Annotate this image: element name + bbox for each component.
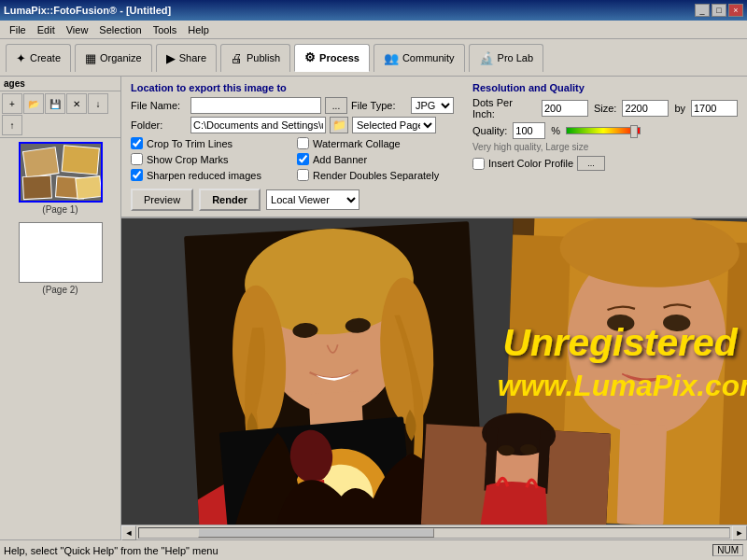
checkbox-sharpen-row: Sharpen reduced images [131,169,288,181]
menu-file[interactable]: File [4,22,32,37]
folder-input[interactable] [190,117,326,133]
tab-share-label: Share [179,52,206,63]
preview-button[interactable]: Preview [131,189,193,211]
insert-color-row: Insert Color Profile ... [472,156,738,171]
quality-handle[interactable] [630,125,638,138]
process-icon: ⚙ [304,50,316,64]
quality-unit: % [551,125,560,136]
canvas-area: Unregistered www.LumaPix.com [121,218,747,525]
insert-color-label: Insert Color Profile [488,158,573,169]
scroll-left-button[interactable]: ◄ [121,525,136,540]
resolution-section: Resolution and Quality Dots Per Inch: Si… [472,82,738,211]
page-2-item[interactable]: (Page 2) [4,222,117,295]
tab-share[interactable]: ▶ Share [156,44,217,72]
svg-text:Unregistered: Unregistered [503,321,739,364]
export-button[interactable]: ↑ [2,115,22,135]
window-controls[interactable]: _ □ × [695,4,743,17]
resolution-title: Resolution and Quality [472,82,738,93]
menu-edit[interactable]: Edit [32,22,61,37]
menu-bar: File Edit View Selection Tools Help [0,21,747,39]
tab-publish-label: Publish [247,52,280,63]
panel-header: ages [0,77,120,91]
status-text: Help, select "Quick Help" from the "Help… [4,545,218,556]
viewer-select[interactable]: Local Viewer Web Browser [266,189,359,210]
scrollbar-track[interactable] [138,527,730,539]
page-1-label: (Page 1) [4,204,117,215]
width-input[interactable] [622,100,669,117]
svg-rect-9 [75,176,101,200]
scroll-right-button[interactable]: ► [732,525,747,540]
panel-title: ages [4,78,25,89]
show-crop-label: Show Crop Marks [147,154,228,165]
delete-button[interactable]: ✕ [66,93,87,114]
checkbox-banner-row: Add Banner [297,153,454,165]
tab-community-label: Community [402,52,455,63]
page-2-label: (Page 2) [4,285,117,295]
show-crop-checkbox[interactable] [131,153,143,165]
organize-icon: ▦ [85,51,96,65]
quality-row: Quality: % [472,122,738,139]
location-section: Location to export this image to File Na… [131,82,454,211]
add-banner-checkbox[interactable] [297,153,309,165]
minimize-button[interactable]: _ [695,4,710,17]
tab-process-label: Process [319,52,359,63]
file-type-select[interactable]: JPG PNG BMP TIFF [411,97,454,114]
import-button[interactable]: ↓ [88,93,108,114]
svg-rect-29 [617,424,667,525]
render-doubles-label: Render Doubles Separately [313,170,439,181]
title-bar: LumaPix::FotoFusion® - [Untitled] _ □ × [0,0,747,21]
tab-organize[interactable]: ▦ Organize [75,44,152,72]
render-doubles-checkbox[interactable] [297,169,309,181]
export-panel: Location to export this image to File Na… [121,77,747,218]
tab-community[interactable]: 👥 Community [374,44,465,72]
tab-create[interactable]: ✦ Create [6,44,71,72]
scrollbar-thumb[interactable] [198,528,434,538]
quality-label: Quality: [472,125,507,136]
dpi-input[interactable] [542,100,588,117]
open-button[interactable]: 📂 [23,93,44,114]
save-button[interactable]: 💾 [45,93,65,114]
menu-view[interactable]: View [61,22,94,37]
watermark-checkbox[interactable] [297,137,309,149]
menu-tools[interactable]: Tools [148,22,183,37]
status-num: NUM [712,544,743,556]
dpi-row: Dots Per Inch: Size: by [472,97,738,119]
sharpen-label: Sharpen reduced images [147,170,261,181]
add-banner-label: Add Banner [313,154,367,165]
sharpen-checkbox[interactable] [131,169,143,181]
browse-button[interactable]: ... [325,97,347,114]
toolbar: ✦ Create ▦ Organize ▶ Share 🖨 Publish ⚙ … [0,39,747,77]
svg-rect-3 [62,146,99,175]
render-button[interactable]: Render [199,189,261,211]
dpi-label: Dots Per Inch: [472,97,536,119]
left-panel: ages + 📂 💾 ✕ ↓ ↑ [0,77,121,539]
maximize-button[interactable]: □ [712,4,726,17]
color-browse-button[interactable]: ... [577,156,605,171]
horizontal-scrollbar: ◄ ► [121,525,747,539]
page-1-item[interactable]: (Page 1) [4,142,117,215]
tab-publish[interactable]: 🖨 Publish [220,44,290,72]
menu-selection[interactable]: Selection [93,22,147,37]
insert-color-checkbox[interactable] [472,158,485,170]
height-input[interactable] [691,100,738,117]
location-title: Location to export this image to [131,82,454,93]
community-icon: 👥 [384,51,399,65]
scope-select[interactable]: Selected Page All Pages [352,117,436,133]
quality-input[interactable] [513,122,545,139]
page-1-thumb[interactable] [19,142,103,203]
quality-bar[interactable] [566,127,641,134]
publish-icon: 🖨 [231,51,243,65]
close-button[interactable]: × [728,4,743,17]
menu-help[interactable]: Help [182,22,215,37]
tab-create-label: Create [30,52,61,63]
photo-canvas: Unregistered www.LumaPix.com [121,218,747,525]
file-name-input[interactable] [190,97,321,114]
crop-checkbox[interactable] [131,137,143,149]
main-layout: ages + 📂 💾 ✕ ↓ ↑ [0,77,747,539]
tab-prolab[interactable]: 🔬 Pro Lab [469,44,544,72]
new-page-button[interactable]: + [2,93,22,114]
page-2-thumb[interactable] [19,222,103,283]
tab-process[interactable]: ⚙ Process [294,44,370,72]
folder-browse-button[interactable]: 📁 [330,117,348,133]
checkbox-watermark-row: Watermark Collage [297,137,454,149]
